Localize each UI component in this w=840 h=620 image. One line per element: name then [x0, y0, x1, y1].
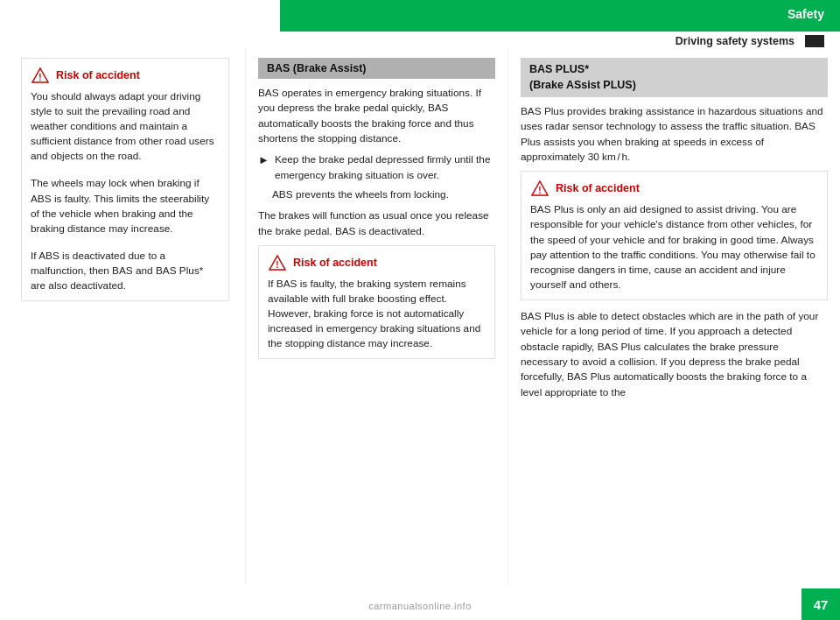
right-warning-box: ! Risk of accident BAS Plus is only an a… — [521, 171, 828, 300]
left-warning-p2: The wheels may lock when braking if ABS … — [31, 176, 220, 236]
mid-warning-title: Risk of accident — [293, 257, 377, 269]
page-number: 47 — [802, 588, 840, 620]
subtitle-row: Driving safety systems — [280, 32, 840, 47]
right-warning-title: Risk of accident — [556, 182, 640, 194]
left-warning-title: Risk of accident — [56, 69, 140, 81]
right-body-text: BAS Plus is able to detect obstacles whi… — [521, 309, 828, 400]
left-warning-p1: You should always adapt your driving sty… — [31, 89, 220, 164]
warning-icon-right: ! — [530, 179, 550, 198]
warning-icon-mid: ! — [268, 253, 287, 272]
bas-plus-header: BAS PLUS* (Brake ASsist PLUS) — [521, 58, 828, 97]
bullet-row: ► Keep the brake pedal depressed firmly … — [258, 152, 495, 183]
right-warning-text: BAS Plus is only an aid designed to assi… — [530, 202, 818, 292]
mid-warning-title-row: ! Risk of accident — [268, 253, 486, 272]
mid-para-3: The brakes will function as usual once y… — [258, 208, 495, 239]
subtitle-label: Driving safety systems — [676, 35, 794, 47]
bas-plus-title-line1: BAS PLUS* — [529, 63, 589, 75]
right-warning-title-row: ! Risk of accident — [530, 179, 818, 198]
svg-text:!: ! — [538, 186, 541, 195]
bas-plus-title-line2: (Brake ASsist PLUS) — [529, 79, 636, 91]
svg-text:!: ! — [38, 73, 41, 82]
bullet-arrow-icon: ► — [258, 153, 270, 166]
mid-column: BAS (Brake Assist) BAS operates in emerg… — [245, 49, 508, 585]
right-intro: BAS Plus provides braking assistance in … — [521, 104, 828, 165]
mid-para-2: ABS prevents the wheels from locking. — [272, 187, 495, 202]
bas-section-header: BAS (Brake Assist) — [258, 58, 495, 79]
left-warning-p3: If ABS is deactivated due to a malfuncti… — [31, 249, 220, 293]
top-header-row: Safety Driving safety systems — [280, 0, 840, 47]
mid-warning-box: ! Risk of accident If BAS is faulty, the… — [258, 245, 495, 359]
mid-para-1: BAS operates in emergency braking situat… — [258, 86, 495, 146]
warning-icon-left: ! — [31, 66, 50, 85]
mid-warning-text: If BAS is faulty, the braking system rem… — [268, 277, 486, 351]
main-content: ! Risk of accident You should always ada… — [0, 49, 840, 585]
safety-label: Safety — [280, 0, 840, 32]
watermark: carmanualsonline.info — [368, 601, 472, 611]
right-column: BAS PLUS* (Brake ASsist PLUS) BAS Plus p… — [508, 49, 840, 585]
left-column: ! Risk of accident You should always ada… — [0, 49, 245, 585]
left-warning-title-row: ! Risk of accident — [31, 66, 220, 85]
svg-text:!: ! — [276, 259, 278, 269]
subtitle-bar — [805, 35, 824, 47]
bullet-text: Keep the brake pedal depressed firmly un… — [275, 152, 495, 183]
left-warning-box: ! Risk of accident You should always ada… — [21, 58, 229, 301]
